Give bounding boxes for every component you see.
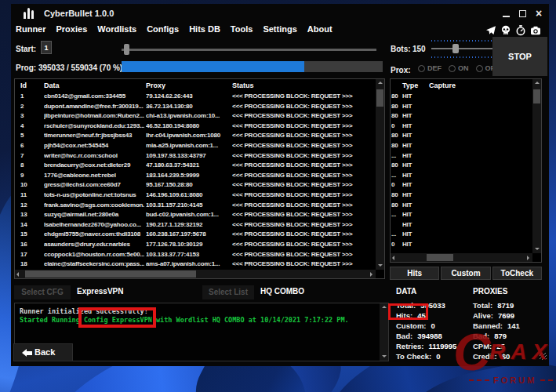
table-row[interactable]: 17 ccoppock1@houston.rr.com:5e00... 103.… [15, 250, 376, 260]
stat-value: 0 [436, 352, 440, 361]
custom-button[interactable]: Custom [441, 267, 490, 280]
table-row[interactable]: 4 rschuler@sunyrockland.edu:1293... 46.5… [15, 122, 376, 132]
hit-row[interactable]: 80 HIT [391, 111, 532, 122]
proxies-stats: PROXIES Total:8719 Alive:7699 Banned:141… [473, 287, 520, 358]
scroll-down-button[interactable] [380, 352, 388, 361]
title-bar[interactable]: CyberBullet 1.0.0 × [11, 4, 549, 23]
menu-item-wordlists[interactable]: Wordlists [97, 24, 136, 34]
table-row[interactable]: 2 dupont.amandine@free.fr:300319... 36.7… [15, 102, 376, 112]
scroll-left-button[interactable] [15, 270, 24, 278]
table-row[interactable]: 18 elaine@staffseekersinc.com:pass... am… [15, 260, 376, 270]
menu-item-proxies[interactable]: Proxies [56, 24, 88, 34]
hit-row[interactable]: ... HIT [391, 230, 532, 240]
window-title: CyberBullet 1.0.0 [44, 9, 114, 18]
table-row[interactable]: 1 cbn0142@gmail.com:334455 79.124.62.26:… [15, 92, 376, 102]
minimize-button[interactable] [500, 9, 511, 19]
vertical-scrollbar[interactable] [376, 79, 384, 270]
radio-circle-icon[interactable] [449, 65, 456, 72]
select-list-button[interactable]: Select List [202, 285, 254, 299]
hits-button[interactable]: Hits [390, 267, 439, 280]
start-input[interactable] [41, 41, 52, 54]
menu-item-configs[interactable]: Configs [147, 24, 179, 34]
scroll-left-button[interactable] [391, 253, 399, 262]
table-row[interactable]: 9 1776@cableone.net:rebel 183.164.239.5:… [15, 171, 376, 181]
vertical-scrollbar[interactable] [380, 303, 388, 361]
scroll-down-button[interactable] [532, 245, 541, 253]
menu-item-settings[interactable]: Settings [263, 24, 296, 34]
radio-circle-icon[interactable] [476, 65, 483, 72]
cell-type: HIT [402, 220, 426, 230]
camera-icon[interactable] [530, 25, 541, 36]
menu-item-runner[interactable]: Runner [16, 24, 46, 34]
table-row[interactable]: 10 gress@ilechsi.com:ee60d7 95.167.150.2… [15, 180, 376, 191]
skull-icon[interactable] [500, 25, 511, 36]
telegram-icon[interactable] [485, 25, 496, 36]
vertical-scrollbar[interactable] [532, 79, 541, 253]
slider-thumb[interactable] [452, 44, 459, 53]
table-row[interactable]: 7 writer@hvc.rr.com:school 109.197.93.13… [15, 151, 376, 162]
hit-row[interactable]: 80 HIT [391, 161, 532, 171]
scroll-up-button[interactable] [376, 79, 384, 88]
menu-item-about[interactable]: About [307, 24, 333, 34]
hit-row[interactable]: ... HIT [391, 151, 532, 162]
col-id: Id [20, 79, 41, 92]
close-button[interactable]: × [533, 9, 544, 19]
hit-row[interactable]: ... HIT [391, 171, 532, 181]
maximize-button[interactable] [517, 9, 528, 19]
hit-row[interactable]: 80 HIT [391, 92, 532, 102]
slider-thumb[interactable] [124, 44, 129, 55]
stop-button[interactable]: STOP [492, 37, 547, 76]
select-cfg-button[interactable]: Select CFG [14, 285, 71, 299]
cell-id: 9 [20, 171, 41, 181]
table-row[interactable]: 6 pjh54@cox.net:545454 mia-a25.ipvanish.… [15, 141, 376, 151]
scrollbar-thumb[interactable] [25, 270, 196, 278]
menu-item-hits-db[interactable]: Hits DB [189, 24, 220, 34]
radio-circle-icon[interactable] [418, 65, 425, 72]
scroll-down-button[interactable] [376, 261, 384, 270]
table-row[interactable]: 8 brendacurry@cox.net:dieter29 47.180.63… [15, 161, 376, 171]
hit-row[interactable]: 0 HIT [391, 122, 532, 132]
table-row[interactable]: 14 lsabelhernandez2670@yahoo.co... 190.2… [15, 220, 376, 230]
scrollbar-thumb[interactable] [376, 89, 383, 107]
cell-status: <<< PROCESSING BLOCK: REQUEST >>> [232, 102, 376, 112]
scrollbar-thumb[interactable] [427, 254, 453, 261]
resize-grip[interactable] [540, 353, 547, 360]
hit-row[interactable]: 80 HIT [391, 201, 532, 211]
bots-slider[interactable] [431, 40, 494, 59]
horizontal-scrollbar[interactable] [391, 253, 532, 262]
scroll-up-button[interactable] [532, 79, 541, 88]
menu-item-tools[interactable]: Tools [231, 24, 253, 34]
hit-row[interactable]: 80 HIT [391, 102, 532, 112]
hit-row[interactable]: 0 HIT [391, 180, 532, 191]
start-slider[interactable] [122, 44, 376, 55]
table-row[interactable]: 15 ehdgml5755@naver.com:thdl3108 160.238… [15, 230, 376, 240]
prox-radio[interactable]: DEF [418, 64, 442, 72]
hit-row[interactable]: 80 HIT [391, 141, 532, 151]
scroll-right-button[interactable] [524, 253, 532, 262]
back-button[interactable]: Back [13, 343, 73, 361]
table-row[interactable]: 16 asaunders@drury.edu:narbles 177.126.7… [15, 240, 376, 250]
prox-radio[interactable]: ON [449, 64, 469, 72]
hit-row[interactable]: ... HIT [391, 210, 532, 220]
stopwatch-icon[interactable] [515, 25, 526, 36]
hit-row[interactable]: HIT [391, 220, 532, 230]
cell-type: HIT [402, 92, 426, 102]
tocheck-button[interactable]: ToCheck [492, 267, 542, 280]
scroll-right-button[interactable] [367, 270, 376, 278]
cell-data: writer@hvc.rr.com:school [44, 151, 144, 162]
table-row[interactable]: 11 tots-n-us@potonline.net:totsnus 146.1… [15, 191, 376, 201]
hit-row[interactable]: 80 HIT [391, 191, 532, 201]
hit-row[interactable]: 0 HIT [391, 240, 532, 250]
table-row[interactable]: 12 frank.savino@sgs.com:cookiemon... 103… [15, 201, 376, 211]
prox-radio-group: DEF ON OFF [418, 64, 500, 72]
cell-proxy-tail: 80 [391, 161, 401, 171]
table-row[interactable]: 13 suzyq@airmail.net:280e0a bud-c02.ipva… [15, 210, 376, 220]
scrollbar-thumb[interactable] [533, 89, 540, 103]
table-row[interactable]: 3 jlbpeinture@hotmail.com:Ruben2... chi-… [15, 111, 376, 122]
scroll-up-button[interactable] [380, 303, 388, 312]
cell-proxy: 190.217.1.129:32192 [146, 220, 230, 230]
table-row[interactable]: 5 timerunner@neuf.fr:jbssjbss43 lhr-c04.… [15, 131, 376, 141]
horizontal-scrollbar[interactable] [15, 270, 376, 278]
hit-row[interactable]: 80 HIT [391, 131, 532, 141]
cell-data: ccoppock1@houston.rr.com:5e00... [44, 250, 144, 260]
